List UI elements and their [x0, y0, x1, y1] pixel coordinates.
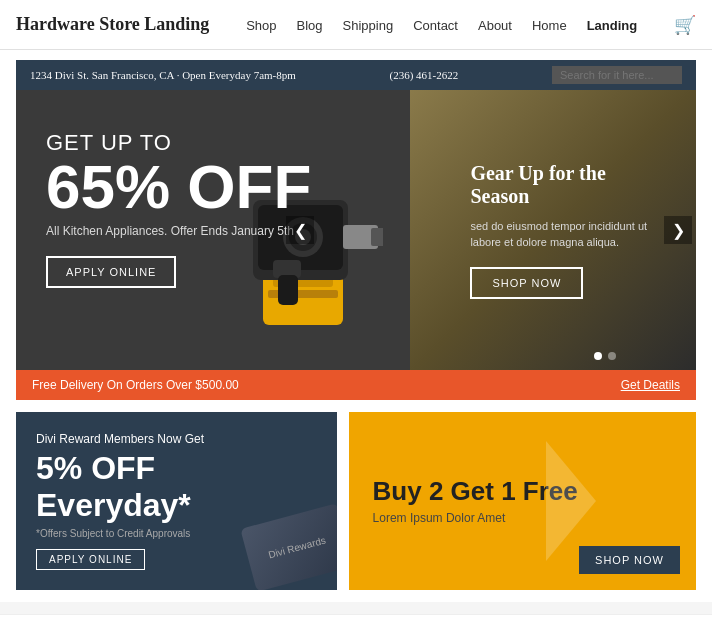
store-phone: (236) 461-2622 — [390, 69, 459, 81]
delivery-bar: Free Delivery On Orders Over $500.00 Get… — [16, 370, 696, 400]
hero-right: Gear Up for the Season sed do eiusmod te… — [410, 90, 696, 370]
hero-banner: GET UP TO 65% OFF All Kitchen Appliances… — [16, 90, 696, 370]
promo-deal-shop-button[interactable]: SHOP NOW — [579, 546, 680, 574]
promo-rewards-discount: 5% OFF Everyday* — [36, 450, 317, 524]
hero-shop-now-button[interactable]: SHOP NOW — [470, 267, 583, 299]
promo-deal-body: Lorem Ipsum Dolor Amet — [373, 511, 672, 525]
carousel-next-button[interactable]: ❯ — [664, 216, 692, 244]
carousel-dot-1[interactable] — [594, 352, 602, 360]
nav-contact[interactable]: Contact — [413, 18, 458, 33]
promo-section: Divi Reward Members Now Get 5% OFF Every… — [0, 400, 712, 602]
promo-deal: Buy 2 Get 1 Free Lorem Ipsum Dolor Amet … — [349, 412, 696, 590]
delivery-details-link[interactable]: Get Deatils — [621, 378, 680, 392]
hero-right-body: sed do eiusmod tempor incididunt ut labo… — [470, 218, 650, 251]
cart-icon[interactable]: 🛒 — [674, 14, 696, 36]
navbar: Hardware Store Landing Shop Blog Shippin… — [0, 0, 712, 50]
carousel-dots — [594, 352, 616, 360]
delivery-text: Free Delivery On Orders Over $500.00 — [32, 378, 239, 392]
promo-rewards-apply-button[interactable]: APPLY ONLINE — [36, 549, 145, 570]
search-input[interactable] — [552, 66, 682, 84]
nav-landing[interactable]: Landing — [587, 18, 638, 33]
hero-apply-button[interactable]: APPLY ONLINE — [46, 256, 176, 288]
nav-about[interactable]: About — [478, 18, 512, 33]
nav-blog[interactable]: Blog — [297, 18, 323, 33]
arrow-decoration — [546, 441, 596, 561]
nav-shop[interactable]: Shop — [246, 18, 276, 33]
hero-left: GET UP TO 65% OFF All Kitchen Appliances… — [16, 90, 390, 370]
nav-home[interactable]: Home — [532, 18, 567, 33]
nav-logo: Hardware Store Landing — [16, 14, 209, 35]
promo-rewards-headline: Divi Reward Members Now Get — [36, 432, 317, 446]
nav-links: Shop Blog Shipping Contact About Home La… — [246, 16, 637, 34]
carousel-dot-2[interactable] — [608, 352, 616, 360]
hero-top-bar: 1234 Divi St. San Francisco, CA · Open E… — [16, 60, 696, 90]
promo-deal-headline: Buy 2 Get 1 Free — [373, 477, 672, 506]
hero-right-title: Gear Up for the Season — [470, 162, 666, 208]
store-address: 1234 Divi St. San Francisco, CA · Open E… — [30, 69, 296, 81]
carousel-prev-button[interactable]: ❮ — [286, 216, 314, 244]
hero-discount: 65% OFF — [46, 156, 360, 218]
hero-section: 1234 Divi St. San Francisco, CA · Open E… — [0, 50, 712, 400]
nav-shipping[interactable]: Shipping — [343, 18, 394, 33]
features-section: 🏷 WEEKLY SAVINGS 🍴 INSTALLATIONS 🏆 REWAR… — [0, 614, 712, 637]
promo-rewards: Divi Reward Members Now Get 5% OFF Every… — [16, 412, 337, 590]
